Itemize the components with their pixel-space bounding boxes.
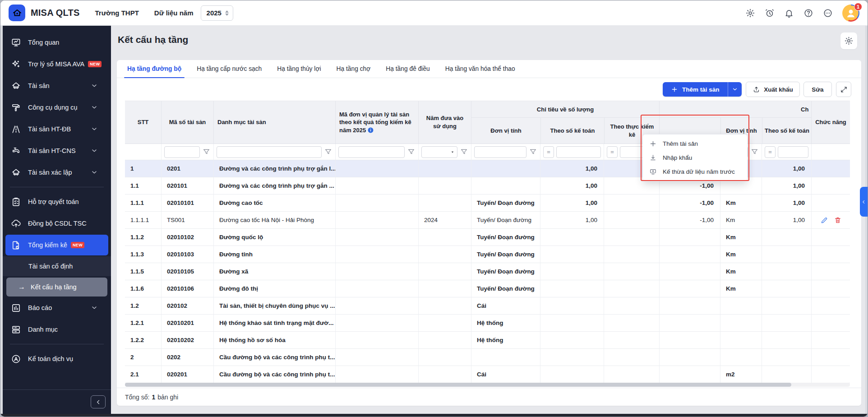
cell-dvt1: Cái	[471, 366, 540, 383]
sidebar-item-2[interactable]: Tài sản	[3, 75, 111, 96]
dropdown-item-2[interactable]: Kế thừa dữ liệu năm trước	[643, 165, 747, 179]
table-row[interactable]: 1.1.302010103Đường tỉnhTuyến/ Đoạn đường…	[125, 246, 850, 263]
cell-dvt2: Km	[720, 263, 762, 280]
table-row[interactable]: 2.1020201Cầu đường bộ và các công trình …	[125, 366, 850, 383]
table-row[interactable]: 1.1.502010105Đường xãTuyến/ Đoạn đườngKm	[125, 263, 850, 280]
edit-row-icon[interactable]	[820, 216, 828, 224]
filter-input-nam[interactable]	[421, 146, 457, 158]
sidebar-item-8[interactable]: Đồng bộ CSDL TSC	[3, 213, 111, 234]
column-header-dvt1[interactable]: Đơn vị tính	[471, 118, 540, 144]
table-row[interactable]: 20202Cầu đường bộ và các công trình phụ …	[125, 349, 850, 366]
dropdown-item-1[interactable]: Nhập khẩu	[643, 151, 747, 165]
alarm-icon[interactable]	[765, 8, 775, 18]
sidebar-collapse-button[interactable]	[91, 395, 106, 408]
user-avatar[interactable]: 1	[842, 5, 859, 22]
filter-input-danh_muc[interactable]	[217, 146, 322, 158]
tab-bar: Hạ tầng đường bộHạ tầng cấp nước sạchHạ …	[117, 60, 861, 78]
cell-dvt2	[720, 315, 762, 331]
fullscreen-button[interactable]	[836, 82, 851, 97]
table-row[interactable]: 1.2.102010201Hệ thống khảo sát tình trạn…	[125, 315, 850, 332]
bell-icon[interactable]	[784, 8, 794, 18]
tab-0[interactable]: Hạ tầng đường bộ	[120, 60, 189, 78]
filter-funnel-icon[interactable]	[324, 148, 332, 156]
more-icon[interactable]	[823, 8, 833, 18]
year-spinner-icon[interactable]	[225, 10, 229, 16]
column-header-stt[interactable]: STT	[125, 101, 161, 144]
cell-tskt1	[540, 315, 604, 331]
sidebar-item-6[interactable]: Tài sản xác lập	[3, 162, 111, 183]
cell-tskt2	[762, 229, 811, 246]
tab-1[interactable]: Hạ tầng cấp nước sạch	[189, 60, 269, 78]
chevron-down-icon	[732, 86, 738, 93]
filter-input-dvt1[interactable]	[474, 146, 526, 158]
chevron-left-icon	[95, 399, 102, 405]
scrollbar-thumb[interactable]	[125, 383, 791, 387]
column-header-ma_so[interactable]: Mã số tài sản	[161, 101, 213, 144]
filter-input-tskt1[interactable]	[556, 146, 601, 158]
export-button[interactable]: Xuất khẩu	[746, 82, 800, 97]
sidebar-item-0[interactable]: Tổng quan	[3, 32, 111, 53]
sidebar-item-3[interactable]: Công cụ dụng cụ	[3, 97, 111, 118]
column-header-ma_don_vi[interactable]: Mã đơn vị quản lý tài sản theo kết quả t…	[335, 101, 418, 144]
add-asset-button[interactable]: Thêm tài sản	[663, 82, 728, 97]
column-group-g1: Chỉ tiêu về số lượngĐơn vị tínhTheo số k…	[471, 101, 659, 144]
column-header-nam[interactable]: Năm đưa vào sử dụng	[418, 101, 471, 144]
column-header-tskt2[interactable]: Theo số kế toán	[762, 118, 812, 144]
table-row[interactable]: 1.2020102Tài sản, thiết bị chuyên dùng p…	[125, 297, 850, 315]
cell-stt: 1.1.1	[125, 195, 161, 211]
filter-input-tskt2[interactable]	[778, 146, 808, 158]
add-asset-dropdown-toggle[interactable]	[728, 82, 742, 97]
table-row[interactable]: 1.1.102010101Đường cao tốcTuyến/ Đoạn đư…	[125, 195, 850, 212]
filter-funnel-icon[interactable]	[460, 148, 468, 156]
sidebar-item-11[interactable]: Danh mục	[3, 319, 111, 340]
sidebar-item-9[interactable]: Tổng kiểm kêNEW	[5, 235, 108, 255]
horizontal-scrollbar[interactable]	[125, 383, 850, 387]
sidebar-subitem-9-1[interactable]: →Kết cấu hạ tầng	[6, 278, 107, 297]
table-row[interactable]: 1.1.1.1TS001Đường cao tốc Hà Nội - Hải P…	[125, 212, 850, 229]
gear-icon[interactable]	[745, 8, 755, 18]
sidebar-item-4[interactable]: Tài sản HT-ĐB	[3, 119, 111, 139]
year-select[interactable]: 2025	[201, 5, 233, 21]
collapse-panel-handle[interactable]	[860, 187, 868, 217]
table-row[interactable]: 1.1.202010102Đường quốc lộTuyến/ Đoạn đư…	[125, 229, 850, 246]
equals-operator[interactable]: =	[607, 146, 618, 158]
page-settings-button[interactable]	[840, 32, 857, 49]
filter-input-ma_don_vi[interactable]	[338, 146, 405, 158]
column-header-chuc_nang[interactable]: Chức năng	[811, 101, 850, 144]
sidebar-subitem-9-0[interactable]: Tài sản cố định	[3, 256, 111, 276]
sidebar-item-12[interactable]: Kế toán dịch vụ	[3, 348, 111, 369]
cell-cl1: -1,00	[659, 212, 720, 228]
filter-funnel-icon[interactable]	[529, 148, 537, 156]
cell-dvt1	[471, 160, 540, 177]
dropdown-item-0[interactable]: Thêm tài sản	[643, 137, 747, 151]
sidebar-item-5[interactable]: Tài sản HT-CNS	[3, 140, 111, 161]
cell-dvt1: Hệ thống	[471, 315, 540, 331]
info-icon[interactable]	[367, 127, 374, 134]
edit-button[interactable]: Sửa	[803, 82, 832, 97]
column-header-tskt1[interactable]: Theo số kế toán	[540, 118, 604, 144]
app-logo[interactable]	[9, 5, 25, 21]
filter-funnel-icon[interactable]	[407, 148, 416, 156]
tab-3[interactable]: Hạ tầng chợ	[329, 60, 379, 78]
filter-funnel-icon[interactable]	[202, 148, 211, 156]
tab-2[interactable]: Hạ tầng thủy lợi	[269, 60, 328, 78]
table-row[interactable]: 1.2.202010202Hệ thống hồ sơ số hóaHệ thố…	[125, 332, 850, 349]
delete-row-icon[interactable]	[834, 216, 842, 224]
sidebar-item-1[interactable]: Trợ lý số MISA AVANEW	[3, 54, 111, 74]
cell-dvt1: Tuyến/ Đoạn đường	[471, 195, 540, 211]
tab-5[interactable]: Hạ tầng văn hóa thể thao	[438, 60, 523, 78]
sidebar-item-7[interactable]: Hỗ trợ quyết toán	[3, 191, 111, 212]
help-icon[interactable]	[803, 8, 813, 18]
filter-funnel-icon[interactable]	[750, 148, 759, 156]
sidebar-item-10[interactable]: Báo cáo	[3, 297, 111, 318]
table-row[interactable]: 1.1.602010106Đường đô thịTuyến/ Đoạn đườ…	[125, 280, 850, 297]
cell-ma_so: 0202	[161, 349, 213, 366]
app-window: MISA QLTS Trường THPT Dữ liệu năm 2025 1…	[0, 0, 868, 417]
filter-input-ma_so[interactable]	[164, 146, 200, 158]
equals-operator[interactable]: =	[543, 146, 554, 158]
add-asset-split-button[interactable]: Thêm tài sản	[663, 82, 742, 97]
total-unit: bản ghi	[157, 394, 178, 401]
column-header-danh_muc[interactable]: Danh mục tài sản	[213, 101, 335, 144]
equals-operator[interactable]: =	[765, 146, 776, 158]
tab-4[interactable]: Hạ tầng đê điều	[378, 60, 437, 78]
